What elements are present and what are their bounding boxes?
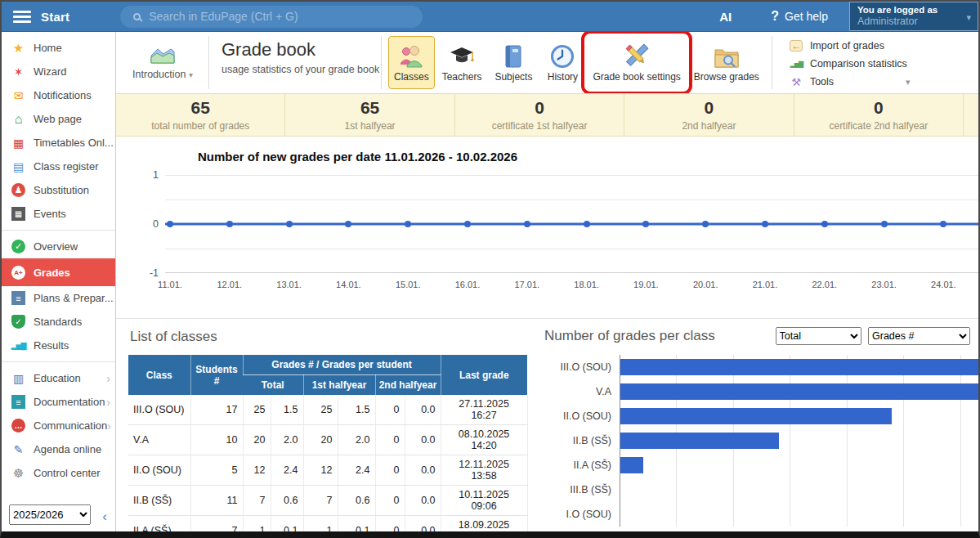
sidebar-item-timetables-onl[interactable]: ▦Timetables Onl... [2, 131, 115, 155]
help-icon[interactable]: ? [771, 9, 779, 24]
sidebar-item-web-page[interactable]: ⌂Web page [2, 107, 115, 131]
timetables-icon: ▦ [11, 136, 25, 150]
stat-label: 1st halfyear [345, 120, 396, 132]
menu-item-comparison-statistics[interactable]: ▂▅▇Comparison statistics [790, 55, 978, 73]
sidebar-item-class-register[interactable]: ▤Class register [2, 155, 115, 178]
value-cell: 0 [375, 516, 405, 532]
value-cell: 0 [375, 486, 405, 516]
sidebar-item-label: Events [34, 208, 66, 220]
last-grade-cell: 27.11.2025 16:27 [441, 395, 527, 425]
toolbar-tabs: ClassesTeachersSubjectsHistoryGrade book… [387, 32, 766, 93]
bar-category-label: I.O (SOU) [544, 509, 620, 520]
sidebar-item-notifications[interactable]: ✉Notifications [2, 83, 115, 107]
bar-category-label: III.O (SOU) [544, 361, 620, 373]
introduction-dropdown[interactable]: Introduction ▾ [123, 32, 203, 93]
menu-item-import-of-grades[interactable]: ←Import of grades [790, 37, 978, 55]
toolbar-side-menu: ←Import of grades▂▅▇Comparison statistic… [778, 32, 978, 93]
sidebar-item-plans-prepar[interactable]: ≡Plans & Prepar... [2, 286, 115, 310]
school-year-select[interactable]: 2025/2026 [9, 504, 91, 525]
bar-row-i-o-sou: I.O (SOU) [544, 502, 978, 527]
class-name-cell: II.A (SŠ) [128, 516, 190, 532]
sidebar-item-agenda-online[interactable]: ✎Agenda online [2, 437, 115, 461]
bar [620, 383, 978, 400]
collapse-sidebar-icon[interactable]: ‹ [102, 509, 107, 525]
start-label[interactable]: Start [41, 10, 69, 24]
sidebar-item-results[interactable]: ▂▅▇Results [2, 334, 115, 357]
tab-browse-grades[interactable]: Browse grades [688, 36, 765, 89]
bar [620, 359, 978, 375]
tab-label: History [548, 72, 578, 83]
search-input[interactable]: Search in EduPage (Ctrl + G) [120, 6, 423, 28]
tab-history[interactable]: History [539, 36, 585, 89]
sidebar-item-label: Education [34, 372, 81, 384]
value-cell: 10 [190, 425, 243, 455]
value-cell: 1.5 [271, 395, 303, 425]
grades-metric-select[interactable]: Grades # [868, 327, 970, 345]
sidebar-item-overview[interactable]: ✓Overview [2, 235, 115, 258]
sidebar-item-label: Home [34, 42, 62, 54]
value-cell: 0.0 [405, 395, 441, 425]
sidebar-item-events[interactable]: ▦Events [2, 202, 115, 226]
sidebar-item-label: Class register [34, 160, 98, 173]
sidebar-item-education[interactable]: ▥Education› [2, 366, 115, 390]
table-row[interactable]: II.A (SŠ)710.110.100.018.09.2025 09:18 [128, 516, 527, 532]
class-name-cell: III.O (SOU) [128, 395, 190, 425]
value-cell: 2.0 [338, 425, 375, 455]
data-point [821, 221, 828, 227]
import-icon: ← [790, 40, 803, 52]
events-icon: ▦ [11, 207, 25, 221]
sidebar-item-label: Notifications [34, 89, 92, 101]
sidebar-item-home[interactable]: ★Home [2, 36, 115, 60]
sidebar-item-grades[interactable]: A+Grades [2, 258, 115, 286]
menu-item-tools[interactable]: ⚒Tools▾ [790, 73, 978, 91]
sidebar-item-control-center[interactable]: ☸Control center [2, 461, 115, 485]
sidebar-item-substitution[interactable]: ♟Substitution [2, 178, 115, 202]
sidebar-item-standards[interactable]: ✓Standards [2, 310, 115, 334]
total-filter-select[interactable]: Total [776, 327, 861, 345]
class-name-cell: II.B (SŠ) [128, 486, 190, 516]
teachers-icon [449, 42, 475, 69]
get-help-button[interactable]: Get help [785, 10, 828, 23]
sidebar-item-label: Control center [34, 467, 101, 479]
table-row[interactable]: V.A10202.0202.000.008.10.2025 14:20 [128, 425, 527, 455]
tab-grade-book-settings-highlighted[interactable]: Grade book settings [587, 36, 686, 89]
standards-icon: ✓ [11, 315, 25, 329]
substitution-icon: ♟ [11, 183, 25, 197]
value-cell: 20 [243, 425, 271, 455]
table-row[interactable]: II.B (SŠ)1170.670.600.010.11.2025 09:06 [128, 486, 527, 516]
x-axis-tick: 12.01. [217, 280, 243, 289]
table-row[interactable]: III.O (SOU)17251.5251.500.027.11.2025 16… [128, 395, 527, 425]
col-header-class: Class [128, 355, 190, 395]
user-menu[interactable]: You are logged as Administrator ▾ [849, 2, 978, 31]
x-axis-tick: 22.01. [812, 280, 838, 289]
sidebar-item-documentation[interactable]: ≡Documentation› [2, 390, 115, 414]
sidebar-nav: ★Home✶Wizard✉Notifications⌂Web page▦Time… [2, 32, 115, 489]
ai-button[interactable]: AI [719, 10, 732, 24]
data-point [584, 221, 590, 227]
tab-subjects[interactable]: Subjects [489, 36, 538, 89]
bar [620, 408, 892, 424]
search-placeholder: Search in EduPage (Ctrl + G) [149, 10, 298, 23]
value-cell: 2.4 [338, 455, 375, 486]
search-icon [133, 13, 141, 20]
main-content: Introduction ▾ Grade book usage statisti… [116, 32, 978, 531]
menu-item-label: Tools [810, 76, 834, 87]
area-chart-icon [150, 46, 176, 65]
chevron-down-icon: ▾ [189, 70, 193, 79]
chevron-down-icon[interactable]: ▾ [906, 77, 911, 87]
education-icon: ▥ [11, 371, 25, 385]
data-point [524, 221, 530, 227]
x-axis-tick: 20.01. [693, 280, 718, 289]
table-row[interactable]: II.O (SOU)5122.4122.400.012.11.2025 13:5… [128, 455, 527, 486]
last-grade-cell: 18.09.2025 09:18 [441, 516, 527, 532]
sidebar-item-communication[interactable]: …Communication› [2, 414, 115, 437]
menu-icon[interactable] [13, 8, 31, 25]
tab-teachers[interactable]: Teachers [436, 36, 488, 89]
tab-label: Grade book settings [593, 72, 680, 83]
tab-classes[interactable]: Classes [388, 36, 435, 89]
menu-item-label: Import of grades [810, 40, 884, 52]
results-icon: ▂▅▇ [11, 338, 25, 352]
x-axis-tick: 23.01. [871, 280, 897, 289]
sidebar-item-wizard[interactable]: ✶Wizard [2, 60, 115, 83]
col-header-2nd-halfyear: 2nd halfyear [375, 375, 441, 396]
